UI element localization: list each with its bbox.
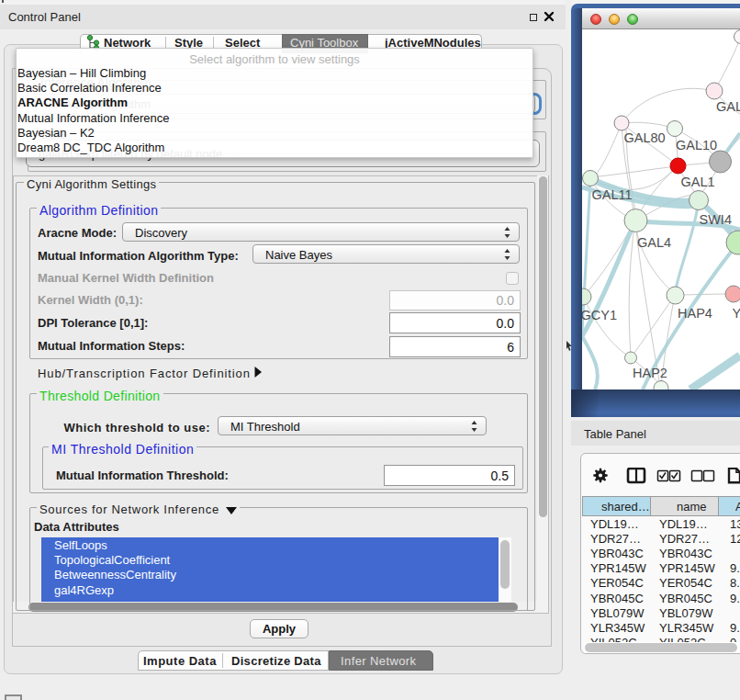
svg-text:GAL1: GAL1	[681, 175, 715, 189]
svg-text:GAL4: GAL4	[637, 235, 671, 250]
svg-text:GAL: GAL	[716, 99, 740, 114]
svg-text:Y: Y	[733, 306, 740, 321]
svg-text:GAL10: GAL10	[676, 138, 717, 152]
svg-text:HAP4: HAP4	[678, 306, 712, 321]
svg-text:GCY1: GCY1	[582, 308, 617, 322]
svg-text:GAL80: GAL80	[624, 130, 666, 145]
svg-text:SWI4: SWI4	[700, 212, 732, 227]
svg-text:HAP2: HAP2	[633, 366, 667, 380]
svg-text:GAL11: GAL11	[592, 187, 633, 202]
